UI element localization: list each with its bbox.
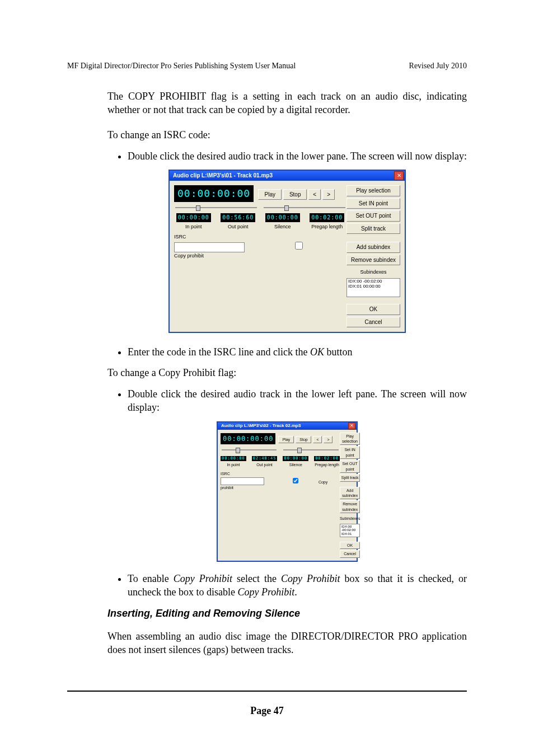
add-subindex-button-2[interactable]: Add subindex bbox=[340, 487, 360, 500]
bullet-enter-code: Enter the code in the ISRC line and clic… bbox=[128, 345, 467, 359]
set-in-point-button[interactable]: Set IN point bbox=[346, 198, 400, 209]
header-right: Revised July 2010 bbox=[409, 62, 467, 71]
isrc-input[interactable] bbox=[174, 242, 245, 252]
silence-value-2: 00:00:00 bbox=[283, 456, 308, 461]
play-button[interactable]: Play bbox=[258, 189, 282, 200]
in-point-value-2: 00:00:00 bbox=[221, 456, 246, 461]
close-icon[interactable]: ✕ bbox=[394, 171, 404, 180]
copy-prohibit-label-1: Copy prohibit bbox=[174, 253, 204, 259]
set-out-point-button[interactable]: Set OUT point bbox=[346, 210, 400, 222]
pregap-value-2: 00:02:00 bbox=[314, 456, 340, 461]
subindex-row: IDX:01 00:00:00 bbox=[348, 284, 399, 289]
header-left: MF Digital Director/Director Pro Series … bbox=[67, 62, 296, 71]
subindex-row: IDX:00 -00:02:00 bbox=[341, 525, 359, 532]
isrc-label: ISRC bbox=[174, 234, 186, 240]
para-no-silence-insert: When assembling an audio disc image the … bbox=[107, 630, 467, 657]
stop-button-2[interactable]: Stop bbox=[296, 436, 311, 443]
split-track-button[interactable]: Split track bbox=[346, 223, 400, 234]
silence-label: Silence bbox=[263, 223, 302, 230]
remove-subindex-button-2[interactable]: Remove subindex bbox=[340, 500, 360, 513]
pregap-value: 00:02:00 bbox=[310, 213, 344, 222]
copy-prohibit-checkbox-2[interactable] bbox=[275, 478, 316, 483]
next-button-2[interactable]: > bbox=[324, 436, 332, 443]
audio-clip-dialog-2: Audio clip L:\MP3's\02 - Track 02.mp3 ✕ … bbox=[217, 421, 358, 562]
position-slider-2[interactable] bbox=[222, 449, 277, 450]
main-time-display-2: 00:00:00:00 bbox=[221, 433, 275, 444]
bullet-enable-copy-prohibit: To enable Copy Prohibit select the Copy … bbox=[128, 572, 467, 599]
out-point-value: 00:56:60 bbox=[221, 213, 255, 222]
split-track-button-2[interactable]: Split track bbox=[340, 474, 360, 481]
para-copy-prohibit-desc: The COPY PROHIBIT flag is a setting in e… bbox=[107, 90, 467, 117]
ok-button[interactable]: OK bbox=[346, 304, 400, 315]
dialog2-title: Audio clip L:\MP3's\02 - Track 02.mp3 bbox=[221, 423, 348, 429]
volume-slider[interactable] bbox=[264, 207, 345, 208]
subindex-list[interactable]: IDX:00 -00:02:00 IDX:01 00:00:00 bbox=[346, 278, 400, 297]
play-selection-button-2[interactable]: Play selection bbox=[340, 433, 360, 445]
add-subindex-button[interactable]: Add subindex bbox=[346, 242, 400, 253]
bullet-doubleclick-1: Double click the desired audio track in … bbox=[128, 149, 467, 163]
dialog1-title: Audio clip L:\MP3's\01 - Track 01.mp3 bbox=[173, 172, 394, 180]
next-button[interactable]: > bbox=[322, 189, 335, 200]
out-point-label: Out point bbox=[219, 223, 258, 230]
footer-divider bbox=[67, 691, 467, 692]
position-slider[interactable] bbox=[175, 207, 257, 208]
bullet-doubleclick-2: Double click the desired audio track in … bbox=[128, 387, 467, 415]
para-change-copy-prohibit: To change a Copy Prohibit flag: bbox=[107, 366, 467, 379]
play-button-2[interactable]: Play bbox=[278, 436, 294, 443]
subindexes-label: Subindexes bbox=[346, 269, 400, 275]
play-selection-button[interactable]: Play selection bbox=[346, 185, 400, 196]
pregap-label: Pregap length bbox=[308, 223, 347, 230]
subindex-list-2[interactable]: IDX:00 -00:02:00 IDX:01 00:00:00 bbox=[340, 524, 360, 537]
remove-subindex-button[interactable]: Remove subindex bbox=[346, 255, 400, 266]
volume-slider-2[interactable] bbox=[283, 449, 338, 450]
cancel-button-2[interactable]: Cancel bbox=[340, 550, 360, 557]
copy-prohibit-checkbox-1[interactable] bbox=[265, 242, 332, 250]
para-change-isrc: To change an ISRC code: bbox=[107, 128, 467, 142]
out-point-value-2: 02:40:45 bbox=[252, 456, 278, 461]
cancel-button[interactable]: Cancel bbox=[346, 317, 400, 328]
isrc-input-2[interactable] bbox=[221, 477, 264, 485]
silence-value: 00:00:00 bbox=[265, 213, 300, 222]
prev-button-2[interactable]: < bbox=[313, 436, 322, 443]
in-point-label: In point bbox=[174, 223, 213, 230]
page-number: Page 47 bbox=[67, 705, 467, 717]
ok-button-2[interactable]: OK bbox=[340, 542, 360, 549]
set-in-point-button-2[interactable]: Set IN point bbox=[340, 446, 360, 459]
in-point-value: 00:00:00 bbox=[176, 213, 211, 222]
heading-inserting-silence: Inserting, Editing and Removing Silence bbox=[107, 607, 467, 620]
main-time-display: 00:00:00:00 bbox=[174, 185, 254, 202]
audio-clip-dialog-1: Audio clip L:\MP3's\01 - Track 01.mp3 ✕ … bbox=[168, 170, 406, 333]
prev-button[interactable]: < bbox=[308, 189, 321, 200]
close-icon[interactable]: ✕ bbox=[348, 422, 355, 429]
subindex-row: IDX:01 00:00:00 bbox=[341, 532, 359, 537]
stop-button[interactable]: Stop bbox=[283, 189, 307, 200]
set-out-point-button-2[interactable]: Set OUT point bbox=[340, 460, 360, 473]
